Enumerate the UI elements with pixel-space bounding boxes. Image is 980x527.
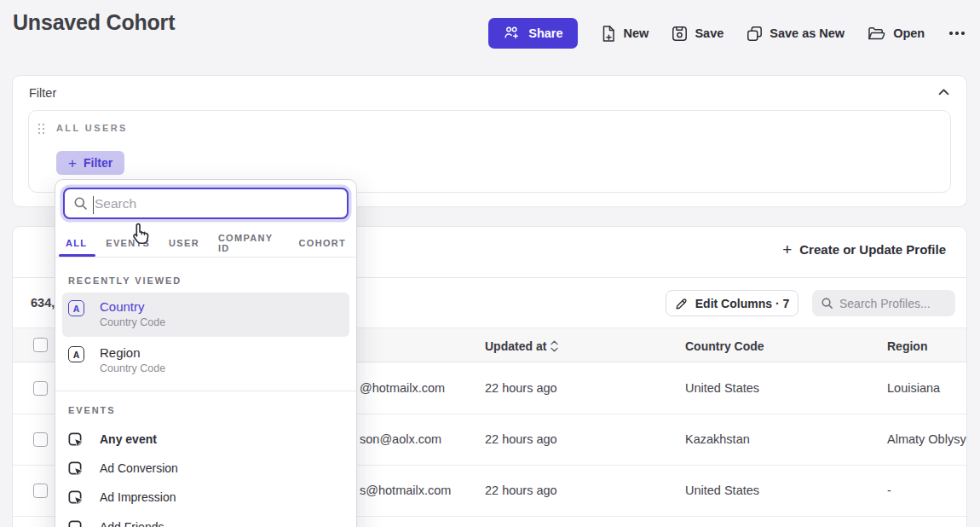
- item-label: Any event: [100, 432, 157, 446]
- page-title: Unsaved Cohort: [13, 10, 175, 35]
- share-button-label: Share: [528, 26, 562, 40]
- cell-email: s@hotmailx.com: [360, 484, 451, 497]
- event-cursor-icon: [68, 490, 84, 506]
- item-sublabel: Country Code: [100, 316, 165, 328]
- cell-updated-at: 22 hours ago: [485, 432, 557, 446]
- item-label: Region: [100, 345, 141, 360]
- new-button-label: New: [624, 26, 649, 40]
- plus-icon: +: [782, 241, 792, 258]
- dropdown-search-input[interactable]: [95, 196, 338, 211]
- sort-icon: [551, 340, 558, 352]
- cell-updated-at: 22 hours ago: [485, 381, 557, 395]
- tab-events[interactable]: EVENTS: [106, 238, 150, 248]
- dropdown-item-country[interactable]: Country Country Code: [62, 292, 349, 337]
- search-profiles-box: [812, 290, 955, 316]
- copy-icon: [747, 26, 763, 42]
- cell-country-code: United States: [685, 381, 759, 395]
- dropdown-tabs: ALL EVENTS USER COMPANY ID COHORT: [55, 229, 356, 258]
- save-as-new-button-label: Save as New: [770, 26, 845, 40]
- add-filter-button[interactable]: + Filter: [56, 151, 124, 175]
- toolbar: Share New Save Save as New: [488, 18, 966, 49]
- tab-cohort[interactable]: COHORT: [299, 238, 346, 248]
- filter-group-label: ALL USERS: [56, 123, 128, 133]
- create-or-update-profile-button[interactable]: + Create or Update Profile: [782, 241, 946, 258]
- events-header: EVENTS: [68, 405, 115, 415]
- more-options-button[interactable]: [948, 28, 966, 38]
- item-sublabel: Country Code: [100, 362, 165, 374]
- search-icon: [821, 297, 833, 310]
- dropdown-item-region[interactable]: Region Country Code: [62, 339, 349, 383]
- share-users-icon: [503, 26, 521, 41]
- tab-company-id[interactable]: COMPANY ID: [218, 233, 280, 253]
- cell-updated-at: 22 hours ago: [485, 484, 557, 497]
- search-icon: [73, 196, 88, 211]
- cell-region: -: [887, 484, 891, 497]
- row-checkbox[interactable]: [33, 432, 48, 447]
- column-header-region: Region: [887, 339, 927, 353]
- filter-property-dropdown: ALL EVENTS USER COMPANY ID COHORT RECENT…: [55, 179, 357, 527]
- row-checkbox[interactable]: [33, 381, 48, 396]
- text-caret: [93, 196, 94, 214]
- item-label: Country: [100, 299, 145, 314]
- dropdown-item-ad-conversion[interactable]: Ad Conversion: [62, 455, 349, 483]
- share-button[interactable]: Share: [488, 18, 577, 49]
- column-header-updated-at[interactable]: Updated at: [485, 339, 558, 353]
- ellipsis-icon: [949, 32, 953, 35]
- save-as-new-button[interactable]: Save as New: [747, 26, 845, 42]
- dropdown-item-any-event[interactable]: Any event: [62, 426, 349, 454]
- new-document-icon: [601, 25, 617, 43]
- new-button[interactable]: New: [601, 25, 649, 43]
- create-profile-button-label: Create or Update Profile: [799, 242, 946, 257]
- cell-email: @hotmailx.com: [360, 381, 445, 395]
- dropdown-item-add-friends[interactable]: Add Friends: [62, 513, 349, 527]
- row-checkbox[interactable]: [33, 484, 48, 498]
- cell-region: Louisiana: [887, 381, 940, 395]
- cell-country-code: Kazakhstan: [685, 432, 750, 446]
- plus-icon: +: [68, 156, 77, 171]
- dropdown-search-box: [63, 188, 349, 219]
- add-filter-button-label: Filter: [84, 156, 112, 170]
- save-button-label: Save: [695, 26, 723, 40]
- item-label: Ad Impression: [100, 490, 176, 504]
- event-cursor-icon: [68, 520, 84, 527]
- event-cursor-icon: [68, 461, 84, 477]
- search-profiles-input[interactable]: [839, 297, 947, 310]
- item-label: Ad Conversion: [100, 461, 178, 475]
- tab-user[interactable]: USER: [169, 238, 199, 248]
- divider: [55, 391, 356, 391]
- drag-handle-icon[interactable]: [38, 124, 44, 134]
- event-cursor-icon: [68, 432, 84, 448]
- item-label: Add Friends: [100, 520, 164, 527]
- pencil-icon: [675, 297, 689, 310]
- collapse-panel-button[interactable]: [935, 85, 953, 99]
- dropdown-item-ad-impression[interactable]: Ad Impression: [62, 484, 349, 512]
- property-letter-a-icon: [68, 346, 84, 362]
- recently-viewed-header: RECENTLY VIEWED: [68, 275, 182, 286]
- select-all-checkbox[interactable]: [33, 338, 48, 352]
- edit-columns-button[interactable]: Edit Columns · 7: [666, 290, 798, 316]
- cell-email: son@aolx.com: [360, 432, 441, 446]
- cell-region: Almaty Oblysy: [887, 432, 966, 446]
- tab-all[interactable]: ALL: [66, 238, 87, 248]
- column-header-country-code: Country Code: [685, 339, 764, 353]
- cell-country-code: United States: [685, 484, 759, 497]
- edit-columns-label: Edit Columns · 7: [695, 297, 789, 310]
- chevron-up-icon: [938, 89, 949, 96]
- open-button-label: Open: [893, 26, 925, 40]
- save-icon: [672, 26, 688, 42]
- save-button[interactable]: Save: [672, 26, 723, 42]
- folder-open-icon: [868, 26, 886, 42]
- property-letter-a-icon: [68, 300, 84, 316]
- filter-panel-title: Filter: [29, 86, 56, 100]
- open-button[interactable]: Open: [868, 26, 925, 42]
